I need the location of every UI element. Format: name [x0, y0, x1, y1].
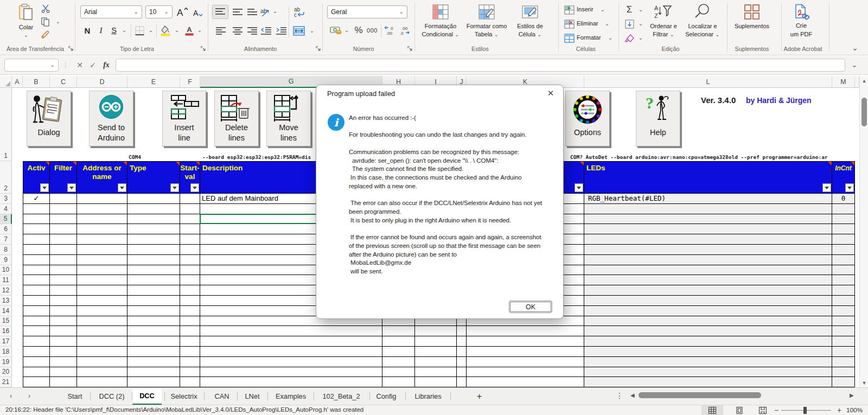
cell-F6[interactable]: [180, 224, 200, 234]
zoom-out-icon[interactable]: −: [773, 405, 780, 415]
cell-C20[interactable]: [50, 367, 77, 378]
tab-scroll-left-icon[interactable]: ‹: [10, 392, 12, 400]
increase-decimal-icon[interactable]: .0.00: [383, 24, 396, 36]
formula-input[interactable]: [116, 59, 845, 72]
cell-E12[interactable]: [127, 285, 180, 296]
sheet-tab-LNet[interactable]: LNet: [238, 388, 266, 405]
cell-M7[interactable]: [832, 234, 855, 245]
column-header-A[interactable]: A: [12, 76, 23, 88]
cell-B15[interactable]: [23, 316, 50, 327]
cell-E20[interactable]: [127, 367, 180, 378]
cell-C18[interactable]: [50, 347, 77, 357]
find-select-icon[interactable]: [692, 3, 713, 20]
cell-E18[interactable]: [127, 347, 180, 357]
find-select-button[interactable]: Localizar e Selecionar ⌄: [681, 22, 724, 39]
cell-F13[interactable]: [180, 296, 200, 306]
addins-button-label[interactable]: Suplementos: [725, 23, 779, 29]
align-left-icon[interactable]: [214, 25, 228, 37]
merge-center-icon[interactable]: [292, 24, 306, 37]
sheet-tab-Config[interactable]: Config: [369, 388, 404, 405]
cell-G16[interactable]: [200, 326, 382, 336]
row-header-4[interactable]: 4: [0, 204, 12, 214]
cell-B21[interactable]: [23, 377, 50, 387]
dialog-close-icon[interactable]: ✕: [544, 87, 558, 100]
cell-M16[interactable]: [832, 326, 855, 336]
cell-C9[interactable]: [50, 255, 77, 265]
wrap-text-icon[interactable]: abc: [293, 5, 306, 19]
paste-label[interactable]: Colar: [15, 24, 37, 30]
copy-chevron-icon[interactable]: ⌄: [54, 19, 62, 24]
cell-F8[interactable]: [180, 245, 200, 255]
cell-D12[interactable]: [77, 285, 127, 296]
cell-B16[interactable]: [23, 326, 50, 336]
sheet-tab-102-Beta-2[interactable]: 102_Beta_2: [315, 388, 367, 405]
cell-L17[interactable]: [584, 336, 832, 347]
cell-M5[interactable]: [832, 214, 855, 225]
filter-dropdown-K[interactable]: [575, 183, 583, 192]
cell-L3[interactable]: RGB_Heartbeat(#LED): [584, 194, 832, 204]
cell-J19[interactable]: [457, 357, 467, 367]
cell-E21[interactable]: [127, 377, 180, 387]
percent-icon[interactable]: %: [353, 24, 365, 36]
cell-C13[interactable]: [50, 296, 77, 306]
cell-D9[interactable]: [77, 255, 127, 265]
font-size-combo[interactable]: 10⌄: [145, 5, 173, 18]
cell-styles-icon[interactable]: [514, 4, 546, 20]
options-button[interactable]: Options: [565, 91, 610, 146]
orientation-chevron-icon[interactable]: ⌄: [271, 8, 279, 15]
cell-F19[interactable]: [180, 357, 200, 367]
cell-M4[interactable]: [832, 204, 855, 214]
increase-font-icon[interactable]: A: [176, 6, 189, 18]
help-button[interactable]: ?Help: [636, 91, 680, 146]
format-painter-icon[interactable]: [40, 30, 51, 40]
delete-cells-label[interactable]: Eliminar: [577, 20, 598, 27]
row-header-5[interactable]: 5: [0, 214, 12, 225]
cell-F9[interactable]: [180, 255, 200, 265]
tabbar-scroll-right-icon[interactable]: ▶: [850, 392, 854, 398]
cell-K19[interactable]: [467, 357, 584, 367]
format-cells-icon[interactable]: [563, 33, 575, 43]
row-header-3[interactable]: 3: [0, 194, 12, 204]
filter-dropdown-E[interactable]: [170, 183, 179, 192]
cell-K17[interactable]: [467, 336, 584, 347]
alignment-dialog-launcher[interactable]: [316, 46, 321, 52]
borders-chevron-icon[interactable]: ⌄: [147, 27, 155, 34]
align-right-icon[interactable]: [245, 25, 259, 37]
row-header-11[interactable]: 11: [0, 275, 12, 285]
row-header-6[interactable]: 6: [0, 224, 12, 234]
cell-F16[interactable]: [180, 326, 200, 336]
cell-L6[interactable]: [584, 224, 832, 234]
cell-L11[interactable]: [584, 275, 832, 285]
align-middle-icon[interactable]: [231, 6, 245, 18]
cell-D17[interactable]: [77, 336, 127, 347]
filter-dropdown-B[interactable]: [40, 183, 49, 192]
cell-B12[interactable]: [23, 285, 50, 296]
filter-dropdown-F[interactable]: [190, 183, 199, 192]
cell-C19[interactable]: [50, 357, 77, 367]
cell-H16[interactable]: [382, 326, 415, 336]
borders-icon[interactable]: [133, 24, 145, 36]
cell-D5[interactable]: [77, 214, 127, 225]
cell-M17[interactable]: [832, 336, 855, 347]
cell-E15[interactable]: [127, 316, 180, 327]
cell-F4[interactable]: [180, 204, 200, 214]
paste-chevron-icon[interactable]: ⌄: [22, 33, 30, 38]
create-pdf-label-line2[interactable]: um PDF: [780, 31, 823, 37]
cell-K21[interactable]: [467, 377, 584, 387]
zoom-percentage[interactable]: 100%: [846, 406, 863, 414]
comma-style-icon[interactable]: 000: [366, 24, 379, 36]
addins-icon[interactable]: [737, 3, 767, 21]
cell-E7[interactable]: [127, 234, 180, 245]
cell-C11[interactable]: [50, 275, 77, 285]
cell-I17[interactable]: [415, 336, 457, 347]
cell-F11[interactable]: [180, 275, 200, 285]
cell-B20[interactable]: [23, 367, 50, 378]
filter-dropdown-C[interactable]: [67, 183, 76, 192]
cell-L10[interactable]: [584, 265, 832, 276]
cell-D8[interactable]: [77, 245, 127, 255]
page-break-view-button[interactable]: [752, 405, 774, 415]
cell-H18[interactable]: [382, 347, 415, 357]
row-header-15[interactable]: 15: [0, 316, 12, 327]
fill-icon[interactable]: [623, 18, 636, 29]
cell-D18[interactable]: [77, 347, 127, 357]
